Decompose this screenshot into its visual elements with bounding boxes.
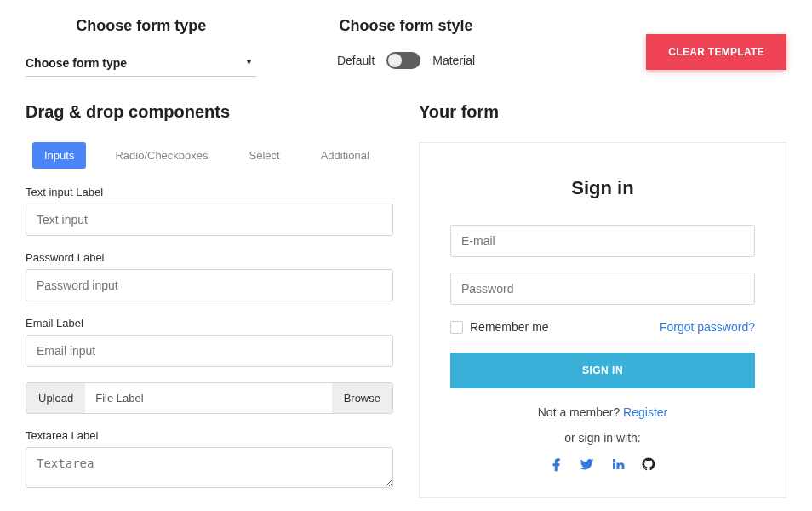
textarea-group[interactable]: Textarea Label bbox=[26, 429, 393, 491]
form-type-heading: Choose form type bbox=[26, 17, 256, 35]
form-style-column: Choose form style Default Material bbox=[290, 17, 521, 69]
tab-select[interactable]: Select bbox=[237, 142, 292, 169]
tab-additional[interactable]: Additional bbox=[309, 142, 381, 169]
twitter-icon[interactable] bbox=[580, 456, 595, 472]
component-tabs: Inputs Radio/Checkboxes Select Additiona… bbox=[26, 142, 393, 169]
email-input-group[interactable]: Email Label bbox=[26, 317, 393, 367]
signin-email-group bbox=[450, 225, 755, 257]
file-browse-button[interactable]: Browse bbox=[332, 383, 392, 413]
remember-checkbox[interactable] bbox=[450, 321, 463, 334]
style-toggle-row: Default Material bbox=[290, 52, 521, 69]
signin-password-input[interactable] bbox=[450, 273, 755, 305]
form-preview-heading: Your form bbox=[419, 102, 786, 122]
text-input-field[interactable] bbox=[26, 204, 393, 236]
tab-radio-checkboxes[interactable]: Radio/Checkboxes bbox=[103, 142, 220, 169]
email-input-field[interactable] bbox=[26, 335, 393, 367]
file-upload-button[interactable]: Upload bbox=[26, 383, 85, 413]
password-input-field[interactable] bbox=[26, 269, 393, 301]
register-link[interactable]: Register bbox=[623, 405, 667, 419]
github-icon[interactable] bbox=[641, 456, 656, 472]
facebook-icon[interactable] bbox=[549, 456, 564, 472]
signin-password-group bbox=[450, 273, 755, 305]
tab-inputs[interactable]: Inputs bbox=[32, 142, 86, 169]
forgot-password-link[interactable]: Forgot password? bbox=[660, 320, 755, 334]
password-input-label: Password Label bbox=[26, 251, 393, 264]
social-icons-row bbox=[450, 456, 755, 472]
textarea-label: Textarea Label bbox=[26, 429, 393, 442]
remember-me-wrap[interactable]: Remember me bbox=[450, 320, 549, 334]
signin-form: Sign in Remember me Forgot password? SIG… bbox=[419, 142, 786, 498]
signin-email-input[interactable] bbox=[450, 225, 755, 257]
style-default-label: Default bbox=[337, 54, 375, 67]
caret-down-icon: ▼ bbox=[244, 57, 253, 66]
form-preview-panel: Your form Sign in Remember me Forgot pas… bbox=[419, 102, 786, 507]
components-panel: Drag & drop components Inputs Radio/Chec… bbox=[26, 102, 393, 507]
signin-title: Sign in bbox=[450, 177, 755, 199]
main-row: Drag & drop components Inputs Radio/Chec… bbox=[26, 102, 786, 507]
file-label-text: File Label bbox=[85, 383, 331, 413]
clear-column: CLEAR TEMPLATE bbox=[556, 17, 786, 70]
textarea-field[interactable] bbox=[26, 447, 393, 488]
file-input-row: Upload File Label Browse bbox=[26, 382, 393, 414]
remember-label: Remember me bbox=[470, 320, 549, 334]
style-material-label: Material bbox=[432, 54, 475, 67]
file-input-group[interactable]: Upload File Label Browse bbox=[26, 382, 393, 414]
style-toggle[interactable] bbox=[386, 52, 420, 69]
components-heading: Drag & drop components bbox=[26, 102, 393, 122]
linkedin-icon[interactable] bbox=[610, 456, 626, 472]
text-input-label: Text input Label bbox=[26, 186, 393, 198]
password-input-group[interactable]: Password Label bbox=[26, 251, 393, 301]
signin-button[interactable]: SIGN IN bbox=[450, 353, 755, 388]
remember-forgot-row: Remember me Forgot password? bbox=[450, 320, 755, 334]
form-style-heading: Choose form style bbox=[290, 17, 521, 35]
form-type-column: Choose form type Choose form type ▼ bbox=[26, 17, 256, 77]
or-signin-text: or sign in with: bbox=[450, 431, 755, 445]
top-controls: Choose form type Choose form type ▼ Choo… bbox=[26, 17, 786, 77]
form-type-selected: Choose form type bbox=[26, 56, 127, 70]
not-member-text: Not a member? bbox=[538, 405, 623, 419]
form-type-select[interactable]: Choose form type ▼ bbox=[26, 52, 256, 77]
clear-template-button[interactable]: CLEAR TEMPLATE bbox=[646, 34, 786, 70]
text-input-group[interactable]: Text input Label bbox=[26, 186, 393, 236]
not-member-row: Not a member? Register bbox=[450, 405, 755, 419]
email-input-label: Email Label bbox=[26, 317, 393, 330]
